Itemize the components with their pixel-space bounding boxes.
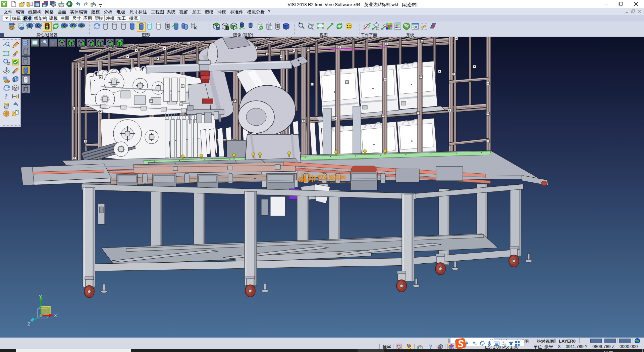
- svg-text:Z: Z: [28, 321, 30, 326]
- svg-text:?: ?: [4, 93, 8, 100]
- svg-text:?: ?: [429, 344, 432, 350]
- svg-text:INTELLIGENT MANUFACTURING DATA: INTELLIGENT MANUFACTURING DATA: [317, 181, 352, 183]
- svg-text:X: X: [54, 313, 57, 318]
- svg-text:智造资料网: 智造资料网: [317, 174, 346, 181]
- svg-text:Y: Y: [39, 295, 42, 299]
